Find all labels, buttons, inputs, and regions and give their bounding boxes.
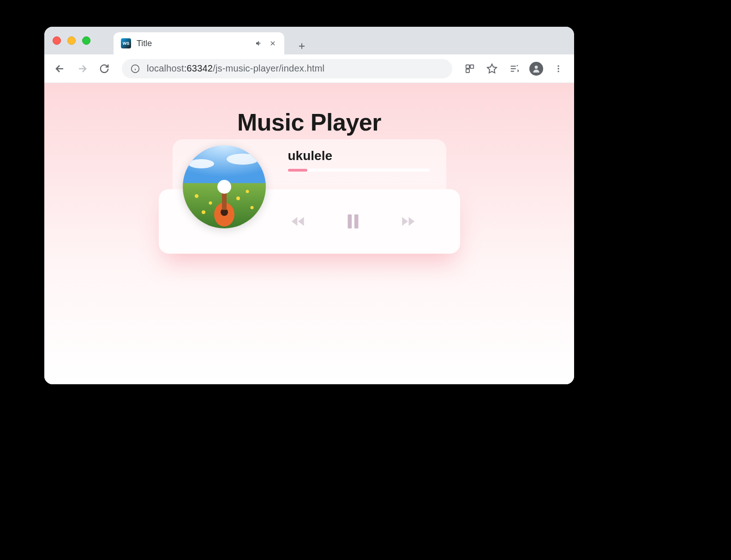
svg-rect-25 [348, 214, 352, 229]
previous-button[interactable] [285, 209, 311, 234]
titlebar: WS Title [44, 27, 574, 54]
close-tab-icon[interactable] [269, 39, 277, 48]
page-content: Music Player ukulele [44, 83, 574, 384]
back-button[interactable] [51, 60, 69, 78]
music-player: ukulele [159, 189, 460, 254]
forward-button[interactable] [73, 60, 91, 78]
browser-tab[interactable]: WS Title [114, 32, 284, 54]
pause-button[interactable] [338, 206, 368, 237]
new-tab-button[interactable] [294, 38, 310, 54]
progress-bar[interactable] [288, 169, 430, 172]
profile-button[interactable] [527, 60, 545, 78]
extensions-icon[interactable] [461, 60, 479, 78]
progress-fill [288, 169, 308, 172]
tab-title: Title [137, 39, 249, 48]
svg-rect-4 [470, 65, 473, 68]
svg-point-8 [557, 68, 559, 69]
svg-rect-5 [466, 69, 469, 72]
url-path: /js-music-player/index.html [213, 63, 324, 73]
url-host: localhost [147, 63, 184, 73]
svg-point-18 [202, 210, 205, 214]
site-info-icon[interactable] [130, 64, 140, 74]
svg-point-6 [535, 66, 538, 69]
svg-point-9 [557, 71, 559, 72]
svg-point-14 [195, 194, 198, 198]
next-button[interactable] [395, 209, 421, 234]
tab-strip: WS Title [114, 27, 310, 54]
album-center-hole [217, 180, 231, 194]
favicon-icon: WS [121, 38, 131, 48]
avatar-icon [529, 62, 543, 76]
svg-rect-3 [466, 65, 469, 68]
svg-point-20 [246, 190, 249, 193]
album-art [183, 145, 266, 228]
address-bar[interactable]: localhost:63342/js-music-player/index.ht… [122, 59, 452, 78]
svg-point-7 [557, 65, 559, 66]
reading-list-icon[interactable] [505, 60, 523, 78]
url-port: :63342 [184, 63, 213, 73]
svg-rect-26 [354, 214, 359, 229]
svg-point-16 [236, 197, 240, 200]
window-close-button[interactable] [53, 36, 61, 45]
song-title: ukulele [288, 149, 430, 163]
page-title: Music Player [237, 108, 381, 136]
audio-playing-icon[interactable] [255, 39, 263, 48]
url-text: localhost:63342/js-music-player/index.ht… [147, 63, 324, 74]
window-minimize-button[interactable] [67, 36, 76, 45]
toolbar: localhost:63342/js-music-player/index.ht… [44, 54, 574, 83]
svg-point-15 [209, 202, 212, 205]
browser-window: WS Title [44, 27, 574, 384]
svg-point-11 [188, 159, 214, 168]
traffic-lights [53, 36, 90, 45]
reload-button[interactable] [95, 60, 114, 78]
bookmark-icon[interactable] [483, 60, 501, 78]
svg-point-17 [250, 206, 253, 209]
menu-button[interactable] [549, 60, 568, 78]
window-maximize-button[interactable] [82, 36, 90, 45]
